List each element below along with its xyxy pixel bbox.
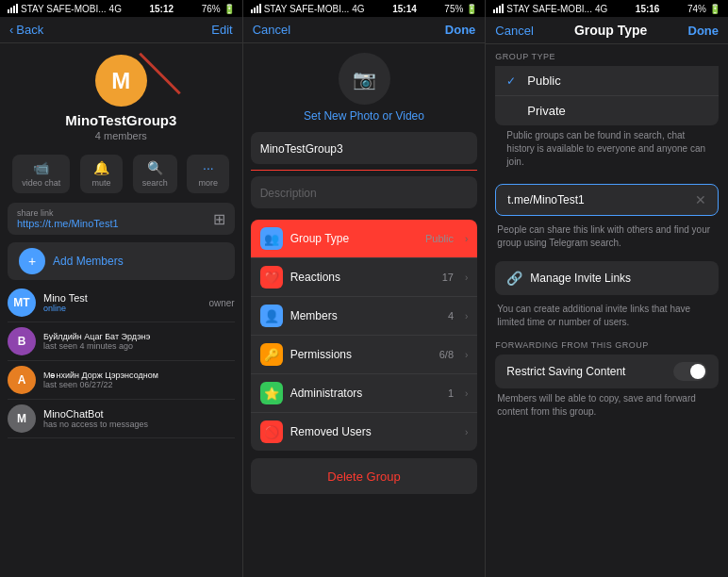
removed-users-item[interactable]: 🚫 Removed Users › xyxy=(251,413,478,451)
restrict-saving-row[interactable]: Restrict Saving Content xyxy=(495,354,719,388)
signal-icon xyxy=(493,4,504,13)
public-option[interactable]: ✓ Public xyxy=(495,66,719,96)
member-item[interactable]: A Мөнхийн Дорж Цэрэнсодном last seen 06/… xyxy=(8,361,235,400)
group-type-item[interactable]: 👥 Group Type Public › xyxy=(251,220,478,258)
forwarding-section: FORWARDING FROM THIS GROUP Restrict Savi… xyxy=(486,337,728,388)
diagonal-decoration xyxy=(139,53,181,95)
description-field[interactable]: Description xyxy=(251,176,478,208)
member-item[interactable]: MT Mino Test online owner xyxy=(8,284,235,322)
action-buttons: 📹 video chat 🔔 mute 🔍 search ··· more xyxy=(0,149,242,199)
photo-section: 📷 Set New Photo or Video xyxy=(243,43,486,132)
avatar: M xyxy=(95,55,147,107)
back-button[interactable]: ‹ Back xyxy=(9,23,43,37)
avatar-letter: M xyxy=(111,68,130,94)
administrators-icon: ⭐ xyxy=(260,382,283,404)
member-name: MinoChatBot xyxy=(43,408,235,420)
restrict-description: Members will be able to copy, save and f… xyxy=(486,388,728,426)
group-name-value: MinoTestGroup3 xyxy=(260,142,343,156)
done-button[interactable]: Done xyxy=(445,23,476,37)
mute-button[interactable]: 🔔 mute xyxy=(80,155,123,193)
group-name-field[interactable]: MinoTestGroup3 xyxy=(251,132,478,164)
battery-label: 74% xyxy=(687,4,706,14)
chevron-icon: › xyxy=(465,350,468,360)
check-icon: ✓ xyxy=(506,74,520,88)
administrators-value: 1 xyxy=(448,387,454,399)
more-button[interactable]: ··· more xyxy=(187,155,229,193)
permissions-label: Permissions xyxy=(290,348,432,361)
status-bar-2: STAY SAFE-MOBI... 4G 15:14 75% 🔋 xyxy=(243,0,486,17)
back-chevron-icon: ‹ xyxy=(9,23,13,37)
add-members-button[interactable]: + Add Members xyxy=(8,242,235,280)
chevron-icon: › xyxy=(465,272,468,283)
cancel-button[interactable]: Cancel xyxy=(495,24,533,38)
settings-list: 👥 Group Type Public › ❤️ Reactions 17 › … xyxy=(243,220,486,451)
members-icon: 👤 xyxy=(260,305,283,327)
type-description: Public groups can be found in search, ch… xyxy=(495,125,719,176)
restrict-label: Restrict Saving Content xyxy=(506,365,625,378)
edit-button[interactable]: Edit xyxy=(211,23,232,37)
group-type-label: Group Type xyxy=(290,232,418,245)
back-label: Back xyxy=(16,23,43,37)
panel-group-type: STAY SAFE-MOBI... 4G 15:16 74% 🔋 Cancel … xyxy=(486,0,728,577)
permissions-value: 6/8 xyxy=(439,349,454,360)
public-label: Public xyxy=(527,74,560,88)
member-count: 4 members xyxy=(95,130,147,141)
link-icon: 🔗 xyxy=(506,271,522,286)
video-label: video chat xyxy=(22,178,60,188)
member-item[interactable]: B Буйлдийн Ацаг Бат Эрдэнэ last seen 4 m… xyxy=(8,322,235,361)
administrators-item[interactable]: ⭐ Administrators 1 › xyxy=(251,374,478,413)
more-label: more xyxy=(199,178,219,188)
link-description: People can share this link with others a… xyxy=(486,220,728,257)
manage-invite-description: You can create additional invite links t… xyxy=(486,299,728,337)
share-link-label: share link xyxy=(17,208,119,218)
reactions-value: 17 xyxy=(442,272,454,283)
add-members-icon: + xyxy=(19,248,45,274)
clear-link-button[interactable]: ✕ xyxy=(695,192,706,207)
member-name: Mino Test xyxy=(43,292,201,304)
private-option[interactable]: ✓ Private xyxy=(495,96,719,125)
restrict-toggle[interactable] xyxy=(673,362,707,381)
battery-label: 75% xyxy=(444,4,463,14)
member-name: Буйлдийн Ацаг Бат Эрдэнэ xyxy=(43,332,235,341)
carrier-label: STAY SAFE-MOBI... xyxy=(264,4,350,14)
camera-icon: 📷 xyxy=(353,68,376,91)
avatar: A xyxy=(8,366,36,394)
search-button[interactable]: 🔍 search xyxy=(133,155,177,193)
permissions-item[interactable]: 🔑 Permissions 6/8 › xyxy=(251,336,478,374)
set-photo-label: Set New Photo or Video xyxy=(304,109,424,123)
share-link-section[interactable]: share link https://t.me/MinoTest1 ⊞ xyxy=(8,203,235,235)
members-item[interactable]: 👤 Members 4 › xyxy=(251,297,478,336)
member-item[interactable]: M MinoChatBot has no access to messages xyxy=(8,400,235,438)
qr-icon: ⊞ xyxy=(213,210,225,228)
mute-icon: 🔔 xyxy=(93,160,109,175)
camera-button[interactable]: 📷 xyxy=(339,53,390,105)
removed-users-icon: 🚫 xyxy=(260,420,283,443)
done-button[interactable]: Done xyxy=(688,24,720,38)
time-label: 15:14 xyxy=(392,4,417,14)
time-label: 15:12 xyxy=(150,4,174,14)
share-link-url: https://t.me/MinoTest1 xyxy=(17,218,119,229)
more-icon: ··· xyxy=(203,160,214,175)
member-status: online xyxy=(43,304,201,313)
cancel-button[interactable]: Cancel xyxy=(253,23,290,37)
carrier-label: STAY SAFE-MOBI... xyxy=(506,4,592,14)
video-chat-button[interactable]: 📹 video chat xyxy=(12,155,70,193)
manage-invite-links-button[interactable]: 🔗 Manage Invite Links xyxy=(495,261,719,295)
video-icon: 📹 xyxy=(33,160,49,175)
chevron-icon: › xyxy=(465,427,468,437)
time-label: 15:16 xyxy=(636,4,660,14)
member-status: has no access to messages xyxy=(43,420,235,429)
delete-group-label: Delete Group xyxy=(327,470,400,484)
add-members-label: Add Members xyxy=(53,255,124,268)
reactions-icon: ❤️ xyxy=(260,266,283,288)
delete-group-button[interactable]: Delete Group xyxy=(251,458,478,494)
network-label: 4G xyxy=(109,4,122,14)
status-bar-1: STAY SAFE-MOBI... 4G 15:12 76% 🔋 xyxy=(0,0,242,17)
avatar: M xyxy=(8,404,36,433)
reactions-label: Reactions xyxy=(290,271,435,284)
link-field[interactable]: t.me/MinoTest1 ✕ xyxy=(495,184,719,216)
reactions-item[interactable]: ❤️ Reactions 17 › xyxy=(251,258,478,297)
status-bar-3: STAY SAFE-MOBI... 4G 15:16 74% 🔋 xyxy=(486,0,728,17)
avatar: B xyxy=(8,327,36,355)
removed-users-label: Removed Users xyxy=(290,425,454,438)
